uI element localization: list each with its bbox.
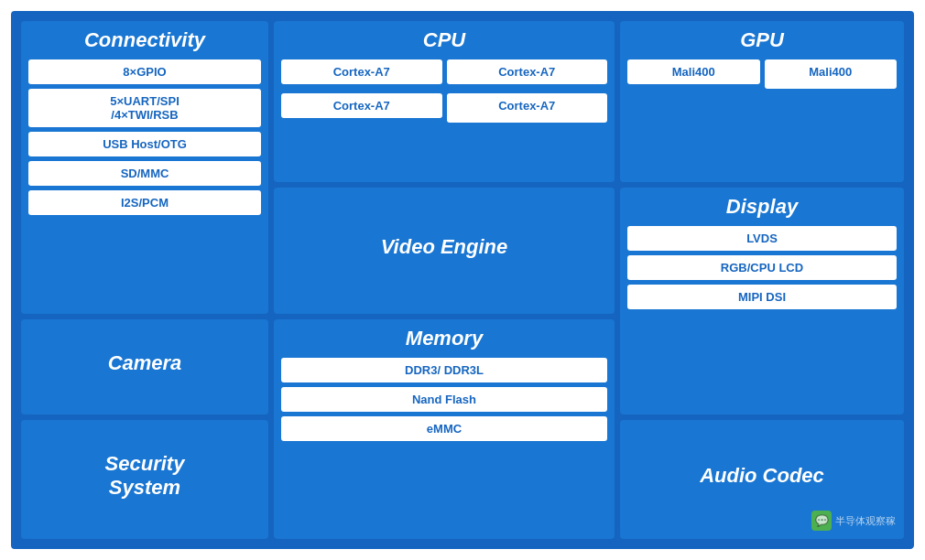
connectivity-item-4: I2S/PCM [28,190,261,215]
gpu-item-1: Mali400 [765,59,898,89]
cpu-item-2: Cortex-A7 [281,93,442,118]
connectivity-item-0: 8×GPIO [28,59,261,84]
wechat-icon: 💬 [811,511,832,531]
diagram-wrapper: Connectivity 8×GPIO 5×UART/SPI /4×TWI/RS… [11,11,914,549]
block-diagram: Connectivity 8×GPIO 5×UART/SPI /4×TWI/RS… [11,11,914,549]
main-container: Connectivity 8×GPIO 5×UART/SPI /4×TWI/RS… [0,0,925,560]
memory-title: Memory [406,327,483,350]
gpu-grid: Mali400 Mali400 [627,59,897,89]
video-engine-block: Video Engine [274,188,615,313]
connectivity-title: Connectivity [84,28,205,52]
display-item-0: LVDS [627,226,897,251]
cpu-title: CPU [423,28,465,52]
memory-block: Memory DDR3/ DDR3L Nand Flash eMMC [274,319,615,540]
connectivity-item-3: SD/MMC [28,161,261,186]
memory-item-0: DDR3/ DDR3L [281,358,607,382]
gpu-title: GPU [740,28,784,52]
connectivity-item-2: USB Host/OTG [28,132,261,156]
connectivity-item-1: 5×UART/SPI /4×TWI/RSB [28,89,261,127]
gpu-item-0: Mali400 [627,59,760,84]
camera-title: Camera [108,351,182,375]
display-title: Display [726,195,798,219]
cpu-item-3: Cortex-A7 [447,93,608,123]
cpu-item-0: Cortex-A7 [281,59,442,84]
video-engine-title: Video Engine [381,235,508,259]
security-block: Security System [21,420,268,539]
display-item-1: RGB/CPU LCD [627,255,897,280]
watermark: 💬 半导体观察稼 [811,511,896,531]
audio-title: Audio Codec [700,464,824,488]
gpu-block: GPU Mali400 Mali400 [620,21,904,182]
memory-item-1: Nand Flash [281,387,607,412]
display-block: Display LVDS RGB/CPU LCD MIPI DSI [620,188,904,415]
security-title: Security System [105,452,185,500]
cpu-block: CPU Cortex-A7 Cortex-A7 Cortex-A7 Cortex… [274,21,615,182]
cpu-item-1: Cortex-A7 [447,59,608,84]
display-item-2: MIPI DSI [627,285,897,309]
cpu-grid: Cortex-A7 Cortex-A7 Cortex-A7 Cortex-A7 [281,59,607,123]
connectivity-block: Connectivity 8×GPIO 5×UART/SPI /4×TWI/RS… [21,21,268,314]
camera-block: Camera [21,319,268,415]
watermark-text: 半导体观察稼 [835,514,896,528]
memory-item-2: eMMC [281,416,607,441]
